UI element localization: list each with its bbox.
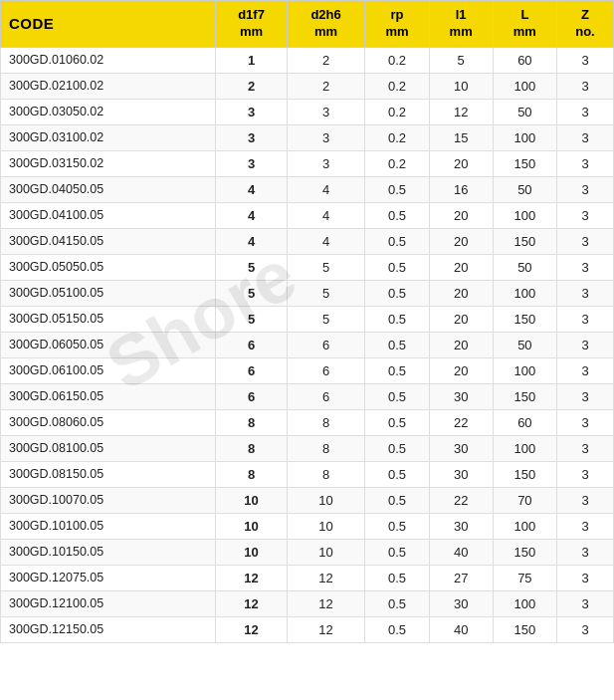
cell-L: 150: [493, 461, 556, 487]
cell-rp: 0.5: [365, 306, 429, 332]
cell-Z: 3: [556, 124, 613, 150]
cell-l1: 20: [429, 332, 493, 357]
cell-l1: 20: [429, 357, 493, 383]
cell-l1: 16: [429, 176, 493, 202]
cell-Z: 3: [556, 487, 613, 513]
cell-l1: 40: [429, 616, 493, 642]
cell-code: 300GD.03050.02: [1, 99, 216, 124]
cell-code: 300GD.12075.05: [1, 565, 216, 590]
cell-code: 300GD.12100.05: [1, 590, 216, 616]
cell-rp: 0.5: [365, 176, 429, 202]
cell-code: 300GD.01060.02: [1, 47, 216, 73]
cell-Z: 3: [556, 47, 613, 73]
table-row: 300GD.04100.05440.5201003: [1, 202, 614, 228]
table-row: 300GD.04150.05440.5201503: [1, 228, 614, 254]
table-row: 300GD.06150.05660.5301503: [1, 383, 614, 409]
cell-rp: 0.5: [365, 383, 429, 409]
cell-Z: 3: [556, 539, 613, 565]
cell-d1f7: 8: [216, 409, 287, 435]
cell-l1: 20: [429, 228, 493, 254]
table-row: 300GD.06050.05660.520503: [1, 332, 614, 357]
cell-code: 300GD.05150.05: [1, 306, 216, 332]
cell-d2h6: 5: [287, 254, 365, 280]
cell-l1: 20: [429, 202, 493, 228]
table-body: 300GD.01060.02120.25603300GD.02100.02220…: [1, 47, 614, 642]
cell-rp: 0.5: [365, 357, 429, 383]
cell-d2h6: 2: [287, 47, 365, 73]
table-row: 300GD.03150.02330.2201503: [1, 150, 614, 176]
table-wrapper: Shore CODE d1f7 mm d2h6 mm rp mm l1: [0, 0, 614, 643]
cell-d1f7: 5: [216, 280, 287, 306]
cell-Z: 3: [556, 616, 613, 642]
cell-code: 300GD.06150.05: [1, 383, 216, 409]
cell-Z: 3: [556, 176, 613, 202]
table-row: 300GD.08100.05880.5301003: [1, 435, 614, 461]
table-row: 300GD.12100.0512120.5301003: [1, 590, 614, 616]
cell-d2h6: 6: [287, 357, 365, 383]
cell-rp: 0.2: [365, 124, 429, 150]
cell-code: 300GD.08060.05: [1, 409, 216, 435]
cell-Z: 3: [556, 513, 613, 539]
cell-code: 300GD.04150.05: [1, 228, 216, 254]
cell-d2h6: 12: [287, 590, 365, 616]
cell-l1: 30: [429, 513, 493, 539]
cell-L: 50: [493, 254, 556, 280]
cell-d2h6: 8: [287, 435, 365, 461]
cell-d1f7: 6: [216, 332, 287, 357]
cell-L: 150: [493, 383, 556, 409]
table-row: 300GD.08060.05880.522603: [1, 409, 614, 435]
cell-d2h6: 5: [287, 280, 365, 306]
cell-d1f7: 10: [216, 487, 287, 513]
table-row: 300GD.12075.0512120.527753: [1, 565, 614, 590]
cell-rp: 0.5: [365, 254, 429, 280]
cell-d2h6: 2: [287, 73, 365, 99]
table-row: 300GD.12150.0512120.5401503: [1, 616, 614, 642]
cell-l1: 30: [429, 383, 493, 409]
cell-Z: 3: [556, 357, 613, 383]
cell-d1f7: 12: [216, 590, 287, 616]
cell-Z: 3: [556, 565, 613, 590]
table-row: 300GD.02100.02220.2101003: [1, 73, 614, 99]
table-row: 300GD.05050.05550.520503: [1, 254, 614, 280]
header-l1: l1 mm: [429, 1, 493, 48]
cell-rp: 0.5: [365, 565, 429, 590]
cell-l1: 20: [429, 280, 493, 306]
cell-L: 150: [493, 228, 556, 254]
cell-Z: 3: [556, 280, 613, 306]
cell-code: 300GD.05100.05: [1, 280, 216, 306]
cell-rp: 0.5: [365, 202, 429, 228]
cell-code: 300GD.04100.05: [1, 202, 216, 228]
cell-l1: 20: [429, 150, 493, 176]
cell-d2h6: 5: [287, 306, 365, 332]
cell-d1f7: 2: [216, 73, 287, 99]
cell-L: 100: [493, 590, 556, 616]
cell-d1f7: 4: [216, 176, 287, 202]
header-rp: rp mm: [365, 1, 429, 48]
cell-code: 300GD.02100.02: [1, 73, 216, 99]
cell-d1f7: 10: [216, 539, 287, 565]
cell-l1: 40: [429, 539, 493, 565]
table-header-row: CODE d1f7 mm d2h6 mm rp mm l1 mm: [1, 1, 614, 48]
cell-l1: 10: [429, 73, 493, 99]
cell-d1f7: 3: [216, 124, 287, 150]
cell-d2h6: 10: [287, 539, 365, 565]
cell-L: 150: [493, 306, 556, 332]
cell-L: 100: [493, 357, 556, 383]
cell-code: 300GD.08100.05: [1, 435, 216, 461]
cell-L: 60: [493, 409, 556, 435]
cell-l1: 30: [429, 461, 493, 487]
cell-code: 300GD.06100.05: [1, 357, 216, 383]
cell-rp: 0.2: [365, 99, 429, 124]
cell-L: 100: [493, 513, 556, 539]
cell-Z: 3: [556, 73, 613, 99]
cell-l1: 22: [429, 409, 493, 435]
cell-rp: 0.5: [365, 461, 429, 487]
cell-d1f7: 5: [216, 306, 287, 332]
cell-rp: 0.5: [365, 616, 429, 642]
cell-rp: 0.5: [365, 280, 429, 306]
cell-Z: 3: [556, 150, 613, 176]
cell-Z: 3: [556, 306, 613, 332]
cell-d1f7: 3: [216, 99, 287, 124]
cell-d2h6: 8: [287, 461, 365, 487]
header-L: L mm: [493, 1, 556, 48]
